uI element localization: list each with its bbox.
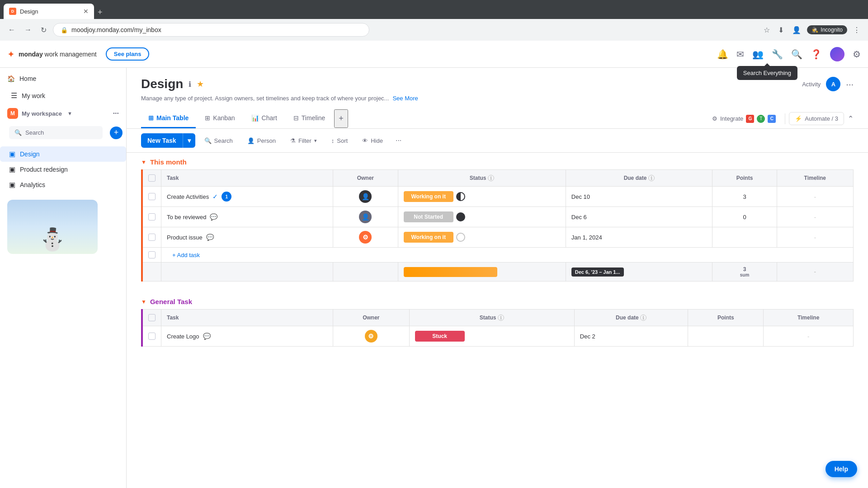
snowman-emoji: ⛄ [39, 229, 66, 250]
row3-chat-icon[interactable]: 💬 [206, 234, 214, 241]
general-row1-checkbox[interactable] [148, 333, 156, 340]
integrations-button[interactable]: 🔧 [772, 49, 783, 60]
kanban-icon: ⊞ [205, 114, 210, 122]
sum-empty-owner [333, 263, 398, 282]
page-star-icon[interactable]: ★ [197, 79, 204, 89]
page-info-icon[interactable]: ℹ [189, 80, 191, 89]
row1-task-name: Create Activities [167, 193, 209, 200]
profile-button[interactable]: 👤 [790, 23, 803, 37]
page-avatar-group: A [826, 77, 840, 91]
row1-task-avatar: 1 [222, 192, 231, 202]
select-all-checkbox[interactable] [148, 174, 156, 182]
sidebar-item-design[interactable]: ▣ Design [0, 146, 126, 162]
browser-tab[interactable]: D Design ✕ [4, 4, 94, 19]
owner-column-header: Owner [333, 170, 398, 187]
row1-check-icon[interactable]: ✓ [212, 193, 218, 200]
row2-status-cell: Not Started [398, 207, 566, 227]
integrate-button[interactable]: ⚙ Integrate G T C [707, 112, 781, 126]
search-action[interactable]: 🔍 Search [199, 134, 238, 147]
row2-points-cell: 0 [712, 207, 777, 227]
back-button[interactable]: ← [5, 24, 18, 36]
due-date-column-header: Due date ℹ [566, 170, 712, 187]
tab-title: Design [20, 8, 38, 15]
sort-icon: ↕ [331, 137, 335, 144]
person-action[interactable]: 👤 Person [242, 134, 281, 147]
main-table-icon: ⊞ [148, 114, 154, 122]
page-more-button[interactable]: ··· [846, 79, 854, 89]
table-row: To be reviewed 💬 👤 Not Started [142, 207, 854, 227]
add-view-button[interactable]: + [334, 109, 348, 128]
general-owner-column-header: Owner [333, 310, 410, 326]
row3-task-name: Product issue [167, 234, 203, 241]
add-item-button[interactable]: + [110, 127, 123, 139]
filter-icon: ⚗ [290, 137, 296, 144]
row2-checkbox[interactable] [148, 213, 156, 221]
more-actions-button[interactable]: ··· [392, 133, 405, 148]
my-work-icon: ☰ [11, 91, 17, 100]
forward-button[interactable]: → [22, 24, 34, 36]
row3-checkbox[interactable] [148, 234, 156, 241]
sidebar-item-analytics[interactable]: ▣ Analytics [0, 177, 126, 192]
add-task-checkbox[interactable] [148, 251, 156, 258]
see-plans-button[interactable]: See plans [106, 47, 150, 61]
general-select-all-checkbox[interactable] [148, 314, 156, 321]
sum-date-cell: Dec 6, '23 – Jan 1... [566, 263, 712, 282]
divider [785, 113, 785, 124]
sidebar-search-box[interactable]: 🔍 Search [9, 126, 103, 139]
row2-task-cell: To be reviewed 💬 [161, 207, 333, 227]
general-task-group-header[interactable]: ▼ General Task [141, 292, 854, 309]
inbox-button[interactable]: ✉ [736, 49, 744, 60]
notifications-button[interactable]: 🔔 [717, 49, 728, 60]
sum-points-cell: 3 sum [712, 263, 777, 282]
this-month-group-header[interactable]: ▼ This month [141, 153, 854, 169]
download-button[interactable]: ⬇ [776, 23, 786, 37]
row2-chat-icon[interactable]: 💬 [210, 213, 217, 221]
help-header-button[interactable]: ❓ [811, 49, 822, 60]
general-row1-chat-icon[interactable]: 💬 [203, 333, 211, 340]
row1-owner-cell: 👤 [333, 187, 398, 207]
new-task-dropdown-arrow[interactable]: ▾ [183, 133, 195, 148]
sidebar-item-product-redesign[interactable]: ▣ Product redesign [0, 162, 126, 177]
tab-timeline[interactable]: ⊟ Timeline [286, 109, 332, 128]
search-everything-button[interactable]: 🔍 [791, 49, 802, 60]
extensions-button[interactable]: ⋮ [851, 23, 863, 37]
tab-chart[interactable]: 📊 Chart [244, 109, 284, 128]
address-bar[interactable]: 🔒 moodjoy.monday.com/my_inbox [53, 23, 369, 37]
see-more-link[interactable]: See More [392, 95, 418, 102]
page-title: Design [141, 77, 183, 91]
teams-icon: T [757, 115, 765, 123]
new-tab-button[interactable]: + [94, 8, 106, 17]
tab-kanban[interactable]: ⊞ Kanban [198, 109, 242, 128]
general-due-date-info-icon[interactable]: ℹ [640, 314, 646, 321]
search-toolbar-label: Search [214, 137, 233, 144]
task-column-header: Task [161, 170, 333, 187]
filter-action[interactable]: ⚗ Filter ▾ [285, 134, 322, 147]
general-status-info-icon[interactable]: ℹ [498, 314, 504, 321]
activity-link[interactable]: Activity [802, 81, 821, 88]
tab-main-table[interactable]: ⊞ Main Table [141, 109, 196, 128]
general-row1-checkbox-cell [142, 326, 161, 347]
status-info-icon[interactable]: ℹ [488, 175, 494, 181]
hide-action[interactable]: 👁 Hide [357, 134, 388, 147]
settings-icon[interactable]: ⚙ [853, 49, 861, 60]
collapse-button[interactable]: ⌃ [848, 114, 854, 123]
invite-button[interactable]: 👥 [752, 49, 764, 60]
row2-timeline-dash: - [783, 214, 848, 221]
bookmark-star-button[interactable]: ☆ [761, 23, 772, 37]
reload-button[interactable]: ↻ [38, 24, 49, 36]
workspace-more-icon[interactable]: ··· [113, 109, 119, 117]
due-date-info-icon[interactable]: ℹ [648, 175, 655, 181]
automate-button[interactable]: ⚡ Automate / 3 [789, 112, 844, 125]
sort-action[interactable]: ↕ Sort [326, 134, 353, 147]
tab-close-button[interactable]: ✕ [83, 8, 89, 15]
help-button[interactable]: Help [826, 461, 857, 477]
add-task-button[interactable]: + Add task [167, 248, 205, 262]
row3-status-badge: Working on it [404, 232, 453, 243]
sidebar-item-my-work[interactable]: ☰ My work [4, 88, 123, 103]
new-task-button[interactable]: New Task ▾ [141, 133, 195, 148]
user-avatar-button[interactable] [830, 47, 844, 61]
tabs-right: ⚙ Integrate G T C ⚡ Automate / 3 ⌃ [707, 112, 854, 126]
sidebar-item-home[interactable]: 🏠 Home [0, 71, 126, 86]
row1-checkbox[interactable] [148, 193, 156, 200]
workspace-header[interactable]: M My workspace ▼ ··· [0, 104, 126, 122]
